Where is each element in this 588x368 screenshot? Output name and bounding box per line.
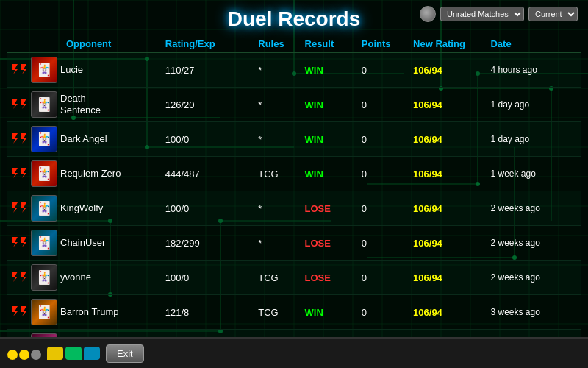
cell-opponent: 🃏Death Sentence (7, 88, 162, 122)
exit-button[interactable]: Exit (106, 344, 144, 363)
cell-points: 0 (359, 295, 410, 330)
opponent-name: Death Sentence (60, 93, 101, 116)
svg-marker-0 (12, 64, 18, 74)
table-row: 🃏yvonne100/0TCGLOSE0106/942 weeks ago (7, 261, 581, 295)
cell-date: 4 hours ago (487, 53, 581, 88)
cell-opponent: 🃏Lucie (7, 53, 162, 88)
svg-marker-3 (21, 99, 26, 109)
col-header-points: Points (359, 35, 410, 53)
opponent-name: Lucie (60, 64, 83, 76)
avatar: 🃏 (31, 126, 57, 152)
records-table-container: Opponent Rating/Exp Rules Result Points … (7, 35, 581, 359)
cell-rating: 100/0 (162, 191, 255, 226)
avatar: 🃏 (31, 91, 57, 118)
cell-date: 3 weeks ago (487, 295, 581, 330)
cell-rules: * (255, 53, 301, 88)
cell-opponent: 🃏ChainUser (7, 226, 162, 261)
cell-points: 0 (359, 53, 410, 88)
svg-marker-15 (21, 306, 26, 316)
col-header-opponent: Opponent (7, 35, 162, 53)
records-table: Opponent Rating/Exp Rules Result Points … (7, 35, 581, 359)
cell-points: 0 (359, 122, 410, 157)
cell-rules: TCG (255, 261, 301, 295)
vs-icon (10, 272, 28, 284)
vs-icon (10, 168, 28, 180)
cell-points: 0 (359, 157, 410, 191)
cell-new-rating: 106/94 (410, 295, 487, 330)
opponent-name: yvonne (60, 272, 91, 283)
svg-marker-14 (12, 306, 18, 316)
chat-icons (7, 347, 100, 360)
col-header-new-rating: New Rating (410, 35, 487, 53)
table-row: 🃏Lucie110/27*WIN0106/944 hours ago (7, 53, 581, 88)
cell-new-rating: 106/94 (410, 226, 487, 261)
cell-date: 1 day ago (487, 88, 581, 122)
table-header-row: Opponent Rating/Exp Rules Result Points … (7, 35, 581, 53)
period-dropdown[interactable]: Current (528, 7, 578, 21)
cell-result: LOSE (302, 191, 359, 226)
svg-marker-10 (12, 237, 18, 247)
cell-rules: TCG (255, 295, 301, 330)
opponent-name: KingWolfy (60, 202, 103, 214)
svg-marker-12 (12, 272, 18, 282)
svg-marker-5 (21, 133, 26, 144)
cell-result: LOSE (302, 261, 359, 295)
vs-icon (10, 99, 28, 111)
table-row: 🃏Death Sentence126/20*WIN0106/941 day ag… (7, 88, 581, 122)
opponent-name: Requiem Zero (60, 168, 121, 180)
cell-date: 2 weeks ago (487, 191, 581, 226)
cell-points: 0 (359, 88, 410, 122)
cell-date: 1 week ago (487, 157, 581, 191)
top-controls: Unrated Matches Current (420, 6, 578, 22)
cell-rules: * (255, 122, 301, 157)
cell-opponent: 🃏Barron Trump (7, 295, 162, 330)
table-row: 🃏Requiem Zero444/487TCGWIN0106/941 week … (7, 157, 581, 191)
cell-result: WIN (302, 53, 359, 88)
cell-date: 2 weeks ago (487, 226, 581, 261)
cell-points: 0 (359, 226, 410, 261)
cell-rating: 100/0 (162, 261, 255, 295)
svg-marker-6 (12, 168, 18, 178)
col-header-result: Result (302, 35, 359, 53)
cell-rules: * (255, 191, 301, 226)
cell-rules: TCG (255, 157, 301, 191)
cell-result: WIN (302, 88, 359, 122)
opponent-name: Barron Trump (60, 306, 118, 318)
opponent-name: ChainUser (60, 237, 105, 249)
vs-icon (10, 64, 28, 77)
cell-new-rating: 106/94 (410, 122, 487, 157)
filter-dropdown[interactable]: Unrated Matches (440, 7, 524, 21)
cell-date: 2 weeks ago (487, 261, 581, 295)
cell-result: WIN (302, 157, 359, 191)
cell-opponent: 🃏yvonne (7, 261, 162, 295)
avatar: 🃏 (31, 264, 57, 291)
avatar: 🃏 (31, 230, 57, 256)
svg-marker-9 (21, 202, 26, 213)
svg-marker-1 (21, 64, 26, 74)
cell-rating: 126/20 (162, 88, 255, 122)
cell-new-rating: 106/94 (410, 53, 487, 88)
cell-points: 0 (359, 191, 410, 226)
svg-marker-13 (21, 272, 26, 282)
cell-rating: 100/0 (162, 122, 255, 157)
cell-rating: 444/487 (162, 157, 255, 191)
vs-icon (10, 237, 28, 250)
svg-marker-7 (21, 168, 26, 178)
col-header-rating: Rating/Exp (162, 35, 255, 53)
user-avatar-icon (420, 6, 436, 22)
avatar: 🃏 (31, 299, 57, 325)
table-row: 🃏Barron Trump121/8TCGWIN0106/943 weeks a… (7, 295, 581, 330)
cell-opponent: 🃏KingWolfy (7, 191, 162, 226)
cell-date: 1 day ago (487, 122, 581, 157)
cell-rules: * (255, 226, 301, 261)
cell-result: WIN (302, 295, 359, 330)
vs-icon (10, 133, 28, 146)
col-header-rules: Rules (255, 35, 301, 53)
cell-new-rating: 106/94 (410, 88, 487, 122)
cell-points: 0 (359, 261, 410, 295)
col-header-date: Date (487, 35, 581, 53)
vs-icon (10, 202, 28, 215)
cell-rating: 110/27 (162, 53, 255, 88)
cell-new-rating: 106/94 (410, 261, 487, 295)
svg-marker-4 (12, 133, 18, 144)
